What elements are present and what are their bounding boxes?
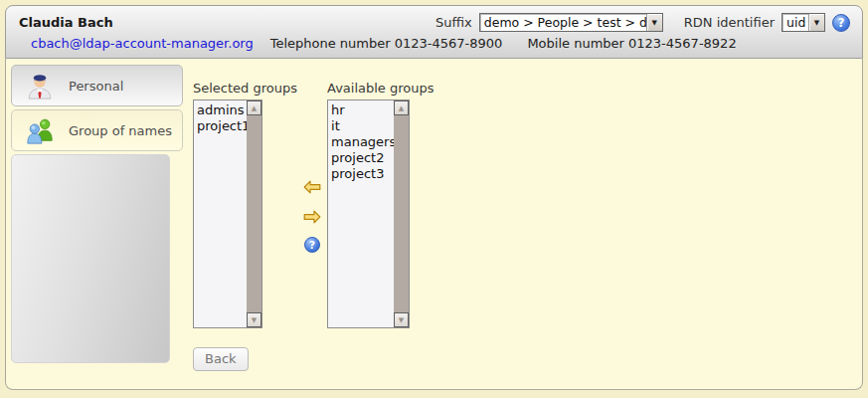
suffix-label: Suffix — [435, 15, 472, 30]
scroll-down-button[interactable]: ▼ — [394, 312, 409, 327]
suffix-value: demo > People > test > de — [480, 14, 646, 31]
available-groups-column: Available groups hritmanagersproject2pro… — [327, 81, 434, 328]
telephone-text: Telephone number 0123-4567-8900 — [270, 36, 503, 51]
selected-groups-label: Selected groups — [193, 81, 297, 96]
selected-groups-column: Selected groups adminsproject1 ▲ ▼ — [193, 81, 297, 328]
help-icon[interactable]: ? — [832, 14, 850, 32]
scroll-up-button[interactable]: ▲ — [247, 100, 261, 115]
list-item[interactable]: project1 — [197, 118, 247, 134]
selected-groups-list[interactable]: adminsproject1 ▲ ▼ — [193, 100, 262, 328]
move-right-button[interactable] — [303, 210, 321, 224]
email-link[interactable]: cbach@ldap-account-manager.org — [31, 36, 254, 51]
help-icon[interactable]: ? — [304, 237, 320, 253]
tab-group-of-names[interactable]: Group of names — [11, 109, 183, 151]
chevron-down-icon[interactable]: ▼ — [646, 14, 662, 31]
available-groups-label: Available groups — [327, 81, 434, 96]
arrow-right-icon — [303, 210, 321, 224]
list-item[interactable]: hr — [331, 102, 394, 118]
scroll-up-button[interactable]: ▲ — [394, 100, 409, 115]
rdn-identifier-label: RDN identifier — [684, 15, 775, 30]
scrollbar[interactable]: ▲ ▼ — [394, 100, 409, 327]
header-row-top: Claudia Bach Suffix demo > People > test… — [6, 6, 862, 33]
scroll-track[interactable] — [394, 115, 409, 312]
arrow-left-icon — [303, 180, 321, 194]
list-item[interactable]: managers — [331, 134, 394, 150]
tab-personal[interactable]: Personal — [11, 65, 183, 106]
person-icon — [25, 71, 55, 100]
tab-group-of-names-label: Group of names — [69, 123, 172, 138]
group-icon — [25, 115, 55, 145]
tab-personal-label: Personal — [69, 79, 123, 94]
scroll-down-button[interactable]: ▼ — [247, 312, 261, 327]
scrollbar[interactable]: ▲ ▼ — [247, 100, 261, 327]
list-item[interactable]: it — [331, 118, 394, 134]
header-controls: Suffix demo > People > test > de ▼ RDN i… — [435, 13, 850, 32]
content-panel: Personal Group of names Selected groups — [5, 59, 863, 390]
sidebar: Personal Group of names — [11, 65, 183, 383]
rdn-identifier-value: uid — [782, 14, 808, 31]
selected-groups-items: adminsproject1 — [194, 100, 247, 327]
scroll-track[interactable] — [247, 115, 261, 312]
rdn-identifier-select[interactable]: uid ▼ — [781, 13, 825, 32]
back-button[interactable]: Back — [193, 347, 249, 371]
list-item[interactable]: project2 — [331, 150, 394, 166]
suffix-select[interactable]: demo > People > test > de ▼ — [479, 13, 663, 32]
available-groups-items: hritmanagersproject2project3 — [328, 100, 394, 327]
available-groups-list[interactable]: hritmanagersproject2project3 ▲ ▼ — [327, 100, 410, 328]
list-item[interactable]: project3 — [331, 166, 394, 182]
move-left-button[interactable] — [303, 180, 321, 194]
header: Claudia Bach Suffix demo > People > test… — [5, 5, 863, 59]
move-controls: ? — [297, 81, 327, 328]
user-name: Claudia Bach — [19, 15, 113, 30]
chevron-down-icon[interactable]: ▼ — [808, 14, 824, 31]
list-item[interactable]: admins — [197, 102, 247, 118]
header-row-contact: cbach@ldap-account-manager.org Telephone… — [6, 33, 862, 51]
main-area: Selected groups adminsproject1 ▲ ▼ — [183, 65, 856, 383]
sidebar-panel — [11, 154, 170, 363]
mobile-text: Mobile number 0123-4567-8922 — [527, 36, 736, 51]
